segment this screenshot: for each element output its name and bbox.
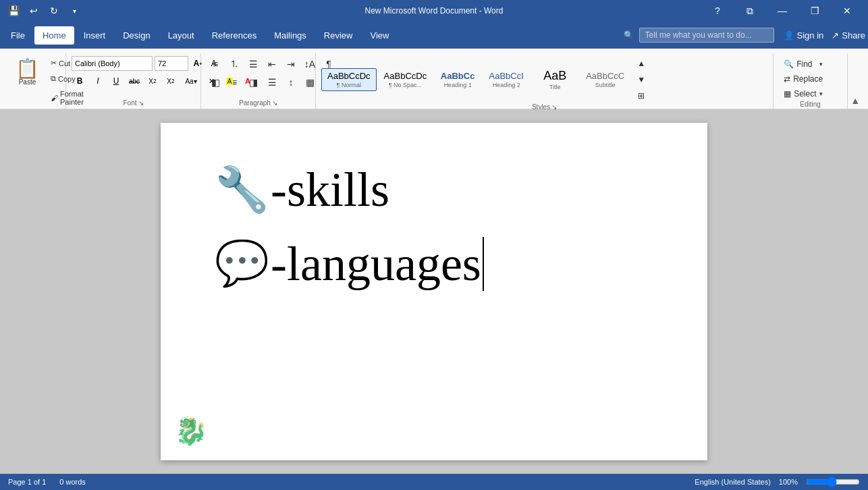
word-count: 0 words (59, 478, 86, 486)
find-button[interactable]: 🔍 Find ▾ (779, 57, 828, 71)
menu-design[interactable]: Design (115, 26, 158, 45)
select-dropdown-icon: ▾ (819, 90, 823, 97)
line-2: 💬 -languages (215, 237, 653, 291)
font-family-select[interactable] (72, 56, 153, 71)
style-subtitle-preview: AaBbCcC (586, 71, 624, 82)
style-subtitle-button[interactable]: AaBbCcC Subtitle (580, 68, 630, 91)
style-h2-label: Heading 2 (493, 82, 520, 88)
font-label: Font ↘ (72, 99, 195, 109)
find-dropdown-icon: ▾ (819, 61, 823, 67)
paste-button[interactable]: 📋 Paste (11, 56, 44, 89)
style-title-label: Title (549, 84, 561, 90)
select-button[interactable]: ▦ Select ▾ (779, 87, 828, 101)
line-1: 🔧 -skills (215, 163, 653, 217)
style-heading1-button[interactable]: AaBbCc Heading 1 (434, 68, 481, 91)
help-button[interactable]: ? (702, 0, 733, 22)
skills-text: -skills (271, 163, 389, 217)
close-button[interactable]: ✕ (832, 0, 863, 22)
search-icon: 🔍 (624, 30, 634, 40)
style-normal-label: ¶ Normal (337, 82, 361, 88)
copy-icon: ⧉ (51, 74, 56, 83)
style-h1-label: Heading 1 (444, 82, 472, 88)
font-color-button[interactable]: A (240, 74, 256, 88)
maximize-button[interactable]: ❐ (799, 0, 830, 22)
cut-icon: ✂ (51, 59, 57, 67)
text-cursor (483, 237, 484, 291)
person-icon: 👤 (784, 30, 794, 40)
ribbon-display-button[interactable]: ⧉ (734, 0, 765, 22)
clipboard-group: 📋 Paste ✂ Cut ⧉ Copy 🖌 Format Painter C (5, 53, 66, 109)
styles-expand-button[interactable]: ⊞ (633, 88, 649, 103)
style-title-button[interactable]: AaB Title (531, 66, 578, 93)
style-nospacing-label: ¶ No Spac... (389, 82, 422, 88)
redo-button[interactable]: ↻ (46, 3, 62, 19)
style-h1-preview: AaBbCc (441, 71, 475, 82)
replace-icon: ⇄ (784, 74, 790, 84)
menu-file[interactable]: File (3, 26, 33, 45)
zoom-level: 100% (779, 478, 798, 486)
styles-group: AaBbCcDc ¶ Normal AaBbCcDc ¶ No Spac... … (316, 53, 774, 109)
zoom-slider[interactable] (806, 477, 860, 487)
menu-insert[interactable]: Insert (76, 26, 114, 45)
numbering-button[interactable]: ⒈ (225, 56, 243, 72)
strikethrough-button[interactable]: abc (126, 73, 142, 89)
menu-mailings[interactable]: Mailings (266, 26, 315, 45)
paste-icon: 📋 (16, 59, 39, 78)
increase-indent-button[interactable]: ⇥ (282, 56, 300, 72)
paragraph-label: Paragraph ↘ (207, 99, 310, 109)
save-button[interactable]: 💾 (5, 3, 22, 19)
watermark: 🐉 (174, 415, 208, 447)
font-format-row: B I U abc X2 X2 Aa▾ ✕ A A (72, 73, 256, 89)
decrease-indent-button[interactable]: ⇤ (263, 56, 281, 72)
italic-button[interactable]: I (90, 73, 106, 89)
bullets-button[interactable]: ≡ (207, 56, 224, 72)
menu-home[interactable]: Home (34, 26, 74, 45)
style-heading2-button[interactable]: AaBbCcI Heading 2 (483, 68, 530, 91)
languages-text: -languages (271, 238, 481, 291)
share-button[interactable]: ↗ Share (832, 30, 865, 40)
paragraph-expand-icon[interactable]: ↘ (272, 99, 277, 107)
title-bar: 💾 ↩ ↻ ▾ New Microsoft Word Document - Wo… (0, 0, 868, 22)
superscript-button[interactable]: X2 (163, 73, 179, 89)
font-size-select[interactable] (155, 56, 188, 71)
document-area: 🔧 -skills 💬 -languages 🐉 (0, 109, 868, 474)
search-input[interactable] (639, 28, 774, 43)
quick-access-dropdown[interactable]: ▾ (66, 3, 82, 19)
style-normal-button[interactable]: AaBbCcDc ¶ Normal (321, 68, 377, 91)
styles-scroll-up[interactable]: ▲ (633, 56, 649, 71)
language-info: English (United States) (695, 478, 771, 486)
status-right: English (United States) 100% (695, 477, 860, 487)
menu-review[interactable]: Review (316, 26, 361, 45)
style-h2-preview: AaBbCcI (489, 71, 524, 82)
sign-in-button[interactable]: 👤 Sign in (784, 30, 824, 40)
window-controls: ? ⧉ — ❐ ✕ (702, 0, 863, 22)
multilevel-button[interactable]: ☰ (244, 56, 262, 72)
style-no-spacing-button[interactable]: AaBbCcDc ¶ No Spac... (378, 68, 433, 91)
styles-scroll-down[interactable]: ▼ (633, 72, 649, 87)
font-expand-icon[interactable]: ↘ (138, 99, 144, 107)
menu-view[interactable]: View (362, 26, 397, 45)
style-normal-preview: AaBbCcDc (327, 71, 371, 82)
style-nospacing-preview: AaBbCcDc (384, 71, 427, 82)
speech-bubbles-icon: 💬 (215, 240, 269, 288)
undo-button[interactable]: ↩ (26, 3, 42, 19)
editing-label: Editing (779, 101, 842, 110)
menu-layout[interactable]: Layout (160, 26, 202, 45)
document-page[interactable]: 🔧 -skills 💬 -languages 🐉 (161, 123, 707, 460)
status-bar: Page 1 of 1 0 words English (United Stat… (0, 474, 868, 490)
case-button[interactable]: Aa▾ (181, 74, 201, 88)
ribbon-collapse-button[interactable]: ▲ (848, 92, 863, 109)
menu-references[interactable]: References (204, 26, 265, 45)
bold-button[interactable]: B (72, 73, 88, 89)
replace-button[interactable]: ⇄ Replace (779, 72, 828, 86)
tools-icon: 🔧 (215, 166, 269, 215)
subscript-button[interactable]: X2 (144, 73, 161, 89)
styles-content: AaBbCcDc ¶ Normal AaBbCcDc ¶ No Spac... … (321, 53, 649, 103)
underline-button[interactable]: U (108, 73, 124, 89)
minimize-button[interactable]: — (767, 0, 798, 22)
font-group: A+ A- B I U abc X2 X2 Aa▾ ✕ A A Fon (66, 53, 201, 109)
justify-button[interactable]: ☰ (263, 74, 281, 90)
line-spacing-button[interactable]: ↕ (282, 74, 300, 90)
paragraph-group: ≡ ⒈ ☰ ⇤ ⇥ ↕A ¶ ◧ ≡ ◨ ☰ ↕ ▦ ⊞ Paragraph ↘ (201, 53, 316, 109)
text-highlight-button[interactable]: A (221, 74, 238, 88)
